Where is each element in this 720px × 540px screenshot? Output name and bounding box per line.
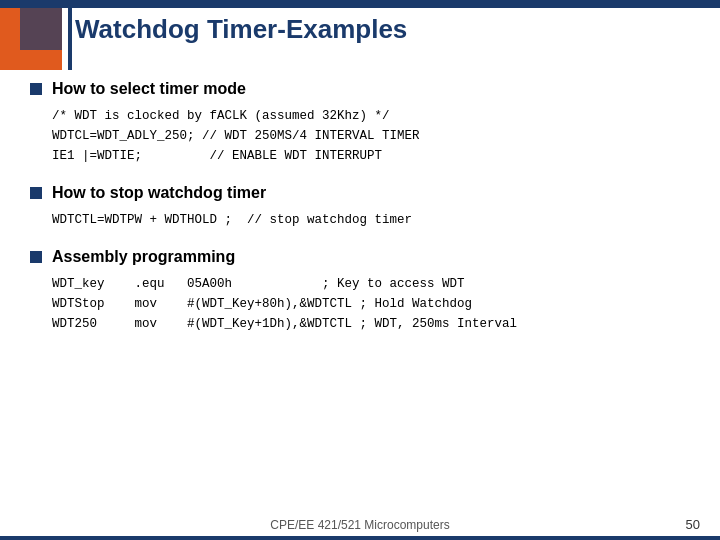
footer-text: CPE/EE 421/521 Microcomputers — [270, 518, 449, 532]
section-3-header: Assembly programming — [30, 248, 700, 266]
top-bar — [0, 0, 720, 8]
footer: CPE/EE 421/521 Microcomputers — [0, 518, 720, 532]
bottom-bar — [0, 536, 720, 540]
vert-line — [68, 8, 72, 70]
slide-container: Watchdog Timer-Examples How to select ti… — [0, 0, 720, 540]
code-3-line-3: WDT250 mov #(WDT_Key+1Dh),&WDTCTL ; WDT,… — [52, 314, 700, 334]
code-1-line-1: /* WDT is clocked by fACLK (assumed 32Kh… — [52, 106, 700, 126]
code-3-line-1: WDT_key .equ 05A00h ; Key to access WDT — [52, 274, 700, 294]
section-3: Assembly programming WDT_key .equ 05A00h… — [30, 248, 700, 334]
blue-square — [20, 8, 62, 50]
section-3-code: WDT_key .equ 05A00h ; Key to access WDT … — [52, 274, 700, 334]
slide-title: Watchdog Timer-Examples — [75, 14, 407, 45]
content-area: How to select timer mode /* WDT is clock… — [30, 80, 700, 500]
code-3-line-2: WDTStop mov #(WDT_Key+80h),&WDTCTL ; Hol… — [52, 294, 700, 314]
section-2-header: How to stop watchdog timer — [30, 184, 700, 202]
code-1-line-2: WDTCL=WDT_ADLY_250; // WDT 250MS/4 INTER… — [52, 126, 700, 146]
section-1-header: How to select timer mode — [30, 80, 700, 98]
bullet-3 — [30, 251, 42, 263]
code-2-line-1: WDTCTL=WDTPW + WDTHOLD ; // stop watchdo… — [52, 210, 700, 230]
section-1-code: /* WDT is clocked by fACLK (assumed 32Kh… — [52, 106, 700, 166]
section-2: How to stop watchdog timer WDTCTL=WDTPW … — [30, 184, 700, 230]
bullet-1 — [30, 83, 42, 95]
section-3-title: Assembly programming — [52, 248, 235, 266]
code-1-line-3: IE1 |=WDTIE; // ENABLE WDT INTERRUPT — [52, 146, 700, 166]
bullet-2 — [30, 187, 42, 199]
section-2-code: WDTCTL=WDTPW + WDTHOLD ; // stop watchdo… — [52, 210, 700, 230]
section-2-title: How to stop watchdog timer — [52, 184, 266, 202]
section-1-title: How to select timer mode — [52, 80, 246, 98]
footer-page: 50 — [686, 517, 700, 532]
section-1: How to select timer mode /* WDT is clock… — [30, 80, 700, 166]
